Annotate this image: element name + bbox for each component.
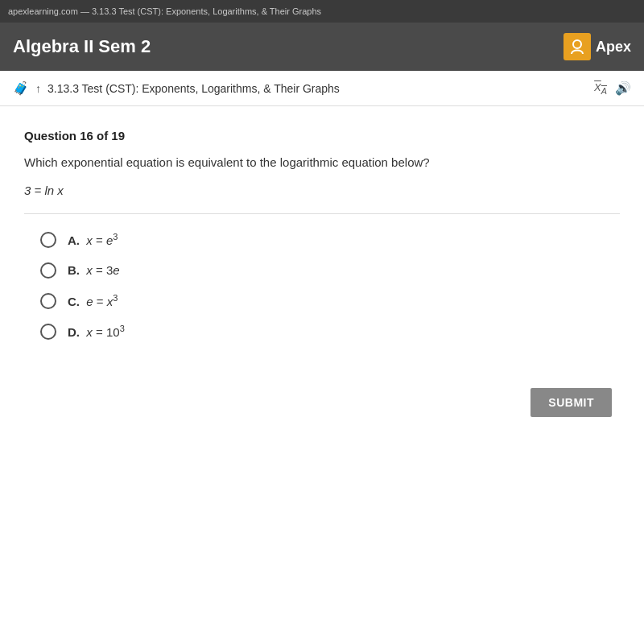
option-c-label: C. e = x3	[68, 293, 118, 308]
app-header: Algebra II Sem 2 Apex	[0, 23, 644, 71]
equation-display: 3 = ln x	[24, 184, 620, 197]
radio-b[interactable]	[40, 262, 56, 279]
audio-icon[interactable]: 🔊	[615, 80, 631, 96]
breadcrumb-text: 3.13.3 Test (CST): Exponents, Logarithms…	[47, 82, 588, 95]
sub-header: 🧳 ↑ 3.13.3 Test (CST): Exponents, Logari…	[0, 71, 644, 106]
apex-icon	[564, 33, 591, 60]
divider	[24, 213, 620, 214]
radio-d[interactable]	[40, 324, 56, 340]
browser-bar-text: apexlearning.com — 3.13.3 Test (CST): Ex…	[8, 6, 321, 16]
question-text: Which exponential equation is equivalent…	[24, 154, 620, 172]
briefcase-icon: 🧳	[13, 80, 29, 96]
translate-icon[interactable]: XA	[594, 81, 607, 96]
option-d[interactable]: D. x = 103	[40, 324, 620, 340]
submit-area: SUBMIT	[24, 388, 620, 417]
answer-options: A. x = e3 B. x = 3e C. e = x3 D. x = 103	[24, 232, 620, 340]
radio-c[interactable]	[40, 293, 56, 309]
svg-point-0	[573, 40, 581, 48]
option-c[interactable]: C. e = x3	[40, 293, 620, 309]
option-a[interactable]: A. x = e3	[40, 232, 620, 248]
app-title: Algebra II Sem 2	[13, 36, 151, 57]
option-d-label: D. x = 103	[68, 324, 125, 339]
nav-arrow-icon: ↑	[35, 82, 41, 95]
subheader-actions: XA 🔊	[594, 80, 631, 96]
radio-a[interactable]	[40, 232, 56, 248]
main-content: Question 16 of 19 Which exponential equa…	[0, 106, 644, 644]
option-b-label: B. x = 3e	[68, 263, 120, 277]
option-a-label: A. x = e3	[68, 232, 118, 247]
option-b[interactable]: B. x = 3e	[40, 262, 620, 279]
question-number: Question 16 of 19	[24, 129, 620, 142]
submit-button[interactable]: SUBMIT	[530, 388, 612, 417]
browser-bar: apexlearning.com — 3.13.3 Test (CST): Ex…	[0, 0, 644, 23]
apex-logo: Apex	[564, 33, 631, 60]
apex-label: Apex	[596, 39, 631, 56]
